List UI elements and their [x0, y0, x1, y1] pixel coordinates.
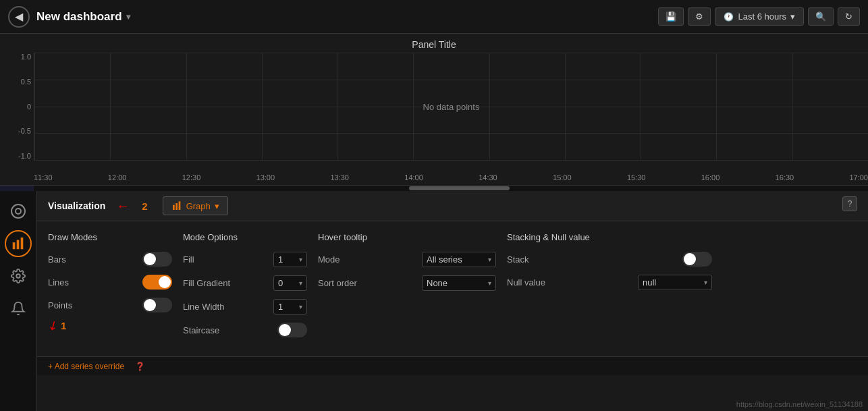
sidebar-item-settings[interactable]: [5, 263, 32, 290]
badge-2: 2: [142, 200, 147, 212]
settings-icon: ⚙: [695, 11, 703, 22]
fill-gradient-row: Fill Gradient 0 ▾: [183, 275, 307, 291]
options-grid: Draw Modes Bars Lines Points ↙ 1: [37, 221, 868, 356]
svg-rect-4: [21, 238, 24, 249]
points-label: Points: [48, 300, 102, 310]
staircase-toggle[interactable]: [277, 323, 307, 337]
dashboard-name: New dashboard: [36, 10, 122, 24]
null-value-label: Null value: [507, 277, 561, 287]
fill-gradient-value: 0: [278, 278, 283, 288]
arrow1-annotation: ↙: [45, 317, 61, 335]
bars-label: Bars: [48, 254, 102, 265]
no-data-label: No data points: [423, 101, 480, 111]
svg-rect-6: [173, 205, 175, 210]
svg-rect-8: [178, 201, 180, 210]
search-icon: 🔍: [815, 11, 826, 22]
stack-label: Stack: [507, 254, 561, 265]
sort-order-label: Sort order: [318, 278, 372, 288]
svg-rect-2: [13, 242, 16, 249]
mode-row: Mode All series ▾: [318, 252, 496, 267]
staircase-label: Staircase: [183, 325, 237, 335]
points-row: Points: [48, 298, 172, 312]
fill-gradient-label: Fill Gradient: [183, 278, 237, 288]
save-button[interactable]: 💾: [658, 7, 684, 26]
null-value-select[interactable]: null ▾: [638, 275, 712, 290]
help-button[interactable]: ?: [842, 196, 857, 211]
sort-order-value: None: [427, 278, 447, 288]
fill-gradient-select[interactable]: 0 ▾: [273, 275, 307, 291]
chart-scrollbar[interactable]: [34, 186, 868, 191]
help-circle-icon[interactable]: ❓: [135, 362, 145, 371]
graph-type-label: Graph: [186, 201, 211, 211]
fill-select[interactable]: 1 ▾: [273, 252, 307, 267]
title-caret: ▾: [126, 12, 130, 22]
fill-gradient-caret: ▾: [299, 279, 302, 287]
arrow2-annotation: ←: [116, 198, 130, 214]
stacking-section: Stacking & Null value Stack Null value n…: [507, 232, 723, 346]
lines-row: Lines: [48, 275, 172, 290]
fill-caret: ▾: [299, 256, 302, 263]
time-range-button[interactable]: 🕐 Last 6 hours ▾: [715, 7, 804, 26]
line-width-select[interactable]: 1 ▾: [273, 299, 307, 314]
sidebar-item-visualization[interactable]: [5, 230, 32, 257]
fill-label: Fill: [183, 254, 237, 265]
draw-modes-section: Draw Modes Bars Lines Points ↙ 1: [48, 232, 183, 346]
back-icon: ◀: [15, 10, 23, 23]
settings-button[interactable]: ⚙: [688, 7, 711, 26]
bottom-panel: Visualization ← 2 Graph ▾ ? Draw Modes B…: [0, 191, 868, 411]
search-button[interactable]: 🔍: [808, 7, 834, 26]
tooltip-mode-select[interactable]: All series ▾: [422, 252, 496, 267]
sidebar-item-layers[interactable]: [5, 198, 32, 225]
refresh-button[interactable]: ↻: [838, 7, 860, 26]
chart-area: Panel Title 1.0 0.5 0 -0.5 -1.0: [0, 34, 868, 186]
mode-options-section: Mode Options Fill 1 ▾ Fill Gradient 0 ▾: [183, 232, 318, 346]
sort-order-caret: ▾: [488, 279, 491, 287]
badge-1: 1: [61, 320, 66, 331]
hover-tooltip-title: Hover tooltip: [318, 232, 496, 242]
svg-rect-3: [17, 240, 20, 250]
tooltip-mode-label: Mode: [318, 254, 372, 265]
line-width-caret: ▾: [299, 303, 302, 310]
time-range-label: Last 6 hours: [738, 11, 786, 22]
sidebar-item-notifications[interactable]: [5, 295, 32, 322]
staircase-row: Staircase: [183, 323, 307, 337]
sort-order-row: Sort order None ▾: [318, 275, 496, 291]
graph-type-caret: ▾: [215, 201, 219, 211]
svg-rect-7: [175, 203, 178, 210]
line-width-label: Line Width: [183, 302, 237, 312]
svg-point-1: [16, 209, 21, 214]
null-value-caret: ▾: [704, 279, 707, 286]
visualization-bar: Visualization ← 2 Graph ▾ ?: [37, 191, 868, 221]
header-right: 💾 ⚙ 🕐 Last 6 hours ▾ 🔍 ↻: [658, 7, 860, 26]
draw-modes-title: Draw Modes: [48, 232, 172, 242]
back-button[interactable]: ◀: [8, 6, 30, 28]
scrollbar-thumb[interactable]: [409, 186, 509, 190]
url-bar: https://blog.csdn.net/weixin_51134188: [736, 400, 863, 408]
stack-row: Stack: [507, 252, 712, 267]
graph-type-button[interactable]: Graph ▾: [163, 196, 228, 215]
save-icon: 💾: [666, 11, 676, 22]
stacking-title: Stacking & Null value: [507, 232, 712, 242]
stack-toggle[interactable]: [682, 252, 712, 267]
bars-toggle[interactable]: [142, 252, 172, 267]
refresh-icon: ↻: [845, 11, 852, 22]
header: ◀ New dashboard ▾ 💾 ⚙ 🕐 Last 6 hours ▾ 🔍…: [0, 0, 868, 34]
time-caret: ▾: [790, 11, 795, 22]
svg-point-5: [16, 274, 20, 278]
tooltip-mode-caret: ▾: [488, 256, 491, 263]
points-toggle[interactable]: [142, 298, 172, 312]
fill-value: 1: [278, 254, 283, 265]
footer-bar: + Add series override ❓: [37, 356, 868, 375]
line-width-row: Line Width 1 ▾: [183, 299, 307, 314]
tooltip-mode-value: All series: [427, 254, 462, 265]
dashboard-title[interactable]: New dashboard ▾: [36, 10, 130, 24]
sort-order-select[interactable]: None ▾: [422, 275, 496, 291]
bars-row: Bars: [48, 252, 172, 267]
add-series-button[interactable]: + Add series override: [48, 362, 124, 371]
lines-toggle[interactable]: [142, 275, 172, 290]
chart-inner: 1.0 0.5 0 -0.5 -1.0 No dat: [34, 53, 868, 161]
clock-icon: 🕐: [724, 12, 734, 22]
visualization-label: Visualization: [48, 200, 105, 211]
line-width-value: 1: [278, 302, 283, 312]
null-value-row: Null value null ▾: [507, 275, 712, 290]
